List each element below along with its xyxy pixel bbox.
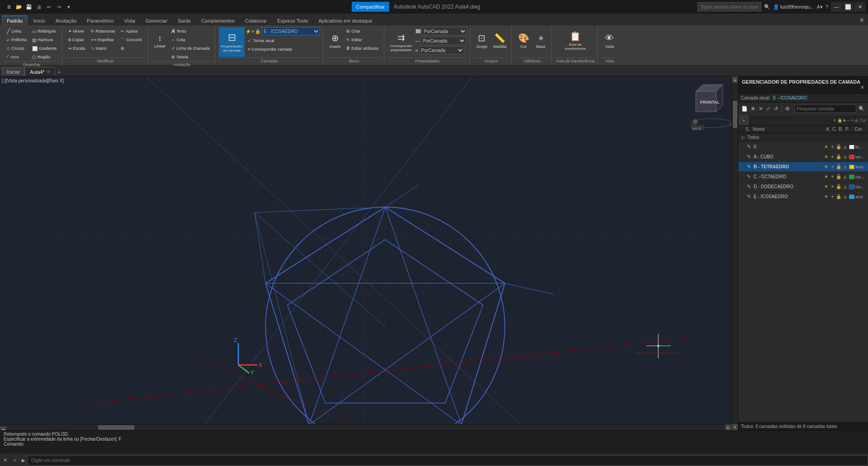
btn-corresponder-camada[interactable]: ≡ Corresponder camada bbox=[245, 45, 320, 53]
btn-linear[interactable]: ↕ Linear bbox=[152, 27, 168, 54]
command-input[interactable] bbox=[27, 456, 868, 466]
btn-base[interactable]: ⌖ Base bbox=[533, 27, 549, 54]
h-scrollbar[interactable]: ◄ ► bbox=[0, 424, 731, 430]
scroll-right-btn[interactable]: ► bbox=[725, 424, 731, 430]
btn-aparar[interactable]: ✂ Aparar bbox=[118, 27, 145, 35]
tab-colaborar[interactable]: Colaborar bbox=[240, 15, 272, 25]
layer-make-current-btn[interactable]: ✓ bbox=[765, 105, 771, 113]
linetype-select[interactable]: PorCamada bbox=[421, 37, 466, 45]
tab-parametrico[interactable]: Paramétrico bbox=[82, 15, 118, 25]
current-layer-select[interactable]: E - ICOSAEDRO bbox=[261, 27, 320, 35]
layer-row-tetraedro[interactable]: ✎ B - TETRAEDRO ☀ ☀ 🔓 🖨 ama... bbox=[738, 162, 868, 172]
btn-area-transf[interactable]: 📋 Área detransferência bbox=[562, 27, 588, 54]
btn-espelhar[interactable]: ⟺ Espelhar bbox=[89, 36, 118, 44]
minimize-btn[interactable]: — bbox=[831, 2, 842, 12]
tab-complementos[interactable]: Complementos bbox=[196, 15, 240, 25]
close-btn[interactable]: ✕ bbox=[854, 2, 865, 12]
expand-all-btn[interactable]: » bbox=[739, 116, 748, 125]
btn-corresponder-prop[interactable]: ⇉ Corresponderpropriedades bbox=[388, 27, 415, 57]
tab-aula4[interactable]: Aula4* ✕ bbox=[25, 67, 55, 76]
layer-refresh-btn[interactable]: ↺ bbox=[773, 105, 779, 113]
layer-new-freeze-btn[interactable]: ❄ bbox=[750, 105, 756, 113]
btn-grupo[interactable]: ⊡ Grupo bbox=[474, 27, 490, 54]
btn-region[interactable]: ⬡ Região bbox=[30, 53, 59, 61]
btn-mover[interactable]: ✦ Mover bbox=[66, 27, 88, 35]
qa-new-btn[interactable]: 🗎 bbox=[5, 2, 14, 11]
layer-delete-btn[interactable]: ✕ bbox=[758, 105, 764, 113]
btn-circulo[interactable]: ○ Círculo bbox=[5, 44, 29, 52]
scroll-up-btn[interactable]: ▲ bbox=[732, 76, 738, 83]
btn-polilinha[interactable]: ⌐ Polilinha bbox=[5, 36, 29, 44]
btn-tabela[interactable]: ⊞ Tabela bbox=[169, 53, 212, 61]
btn-linha-chamada[interactable]: ↗ Linha de chamada bbox=[169, 44, 212, 52]
qa-open-btn[interactable]: 📂 bbox=[14, 2, 24, 11]
layer-search-input[interactable] bbox=[794, 105, 856, 113]
tab-close-btn[interactable]: ✕ bbox=[47, 69, 50, 74]
layer-row-octaedro[interactable]: ✎ C - OCTAEDRO ☀ ☀ 🔓 🖨 cia... bbox=[738, 172, 868, 182]
btn-arco[interactable]: ◜ Arco bbox=[5, 53, 29, 61]
view-cube[interactable]: S L FRONTAL WCS bbox=[689, 80, 734, 125]
btn-inserir[interactable]: ⊕ Inserir bbox=[327, 27, 343, 54]
scroll-left-btn[interactable]: ◄ bbox=[0, 427, 6, 431]
tab-saida[interactable]: Saída bbox=[173, 15, 196, 25]
btn-matriz[interactable]: ⊞ bbox=[118, 44, 145, 52]
btn-linha[interactable]: ╱ Linha bbox=[5, 27, 29, 35]
filter-tree-all[interactable]: ▷ Todos bbox=[738, 133, 868, 142]
btn-texto[interactable]: A Texto bbox=[169, 27, 212, 35]
layer-settings-btn[interactable]: ⚙ bbox=[785, 105, 791, 113]
qa-undo-btn[interactable]: ↩ bbox=[44, 2, 53, 11]
cmd-check-btn[interactable]: ✓ bbox=[10, 456, 20, 466]
btn-copiar[interactable]: ⧉ Copiar bbox=[66, 36, 88, 44]
layer-new-btn[interactable]: 📄 bbox=[741, 105, 748, 113]
layer-search-btn[interactable]: 🔍 bbox=[858, 105, 865, 113]
btn-criar[interactable]: ⊞ Criar bbox=[344, 27, 381, 35]
btn-medida[interactable]: 📏 Medida bbox=[491, 27, 509, 54]
view-cube-svg[interactable]: S L FRONTAL WCS bbox=[689, 80, 734, 130]
scroll-down-btn[interactable]: ▼ bbox=[732, 424, 738, 430]
qa-redo-btn[interactable]: ↪ bbox=[54, 2, 63, 11]
layer-row-cubo[interactable]: ✎ A - CUBO ☀ ☀ 🔓 🖨 ver... bbox=[738, 152, 868, 162]
cmd-x-btn[interactable]: ✕ bbox=[0, 456, 10, 466]
lineweight-select[interactable]: PorCamada bbox=[419, 46, 464, 54]
btn-gradient[interactable]: ⬜ Gradiente bbox=[30, 44, 59, 52]
ribbon-toggle-btn[interactable]: ≡ bbox=[857, 15, 866, 24]
tab-aplicativos[interactable]: Aplicativos em destaque bbox=[313, 15, 377, 25]
canvas-area[interactable]: [-][Vista personalizada][Raio X] bbox=[0, 76, 738, 430]
btn-tornar-atual[interactable]: ✓ Tornar atual bbox=[245, 37, 320, 45]
user-button[interactable]: 👤 luis99henriqu... bbox=[773, 4, 814, 10]
btn-prop-camada[interactable]: ⊟ Propriedadesda camada bbox=[219, 27, 245, 57]
tab-vista[interactable]: Vista bbox=[119, 15, 140, 25]
search-icon[interactable]: 🔍 bbox=[764, 2, 770, 11]
btn-rotacionar[interactable]: ↻ Rotacionar bbox=[89, 27, 118, 35]
btn-concord[interactable]: ⌒ Concord. bbox=[118, 36, 145, 44]
color-select[interactable]: PorCamada bbox=[422, 27, 467, 35]
btn-vista[interactable]: 👁 Vista bbox=[601, 27, 618, 54]
btn-rect[interactable]: ▭ Retângulo bbox=[30, 27, 59, 35]
btn-cor[interactable]: 🎨 Cor bbox=[515, 27, 532, 54]
tab-gerenciar[interactable]: Gerenciar bbox=[141, 15, 172, 25]
qa-print-btn[interactable]: 🖨 bbox=[34, 2, 43, 11]
qa-save-btn[interactable]: 💾 bbox=[24, 2, 33, 11]
btn-editar[interactable]: ✎ Editar bbox=[344, 36, 381, 44]
tab-iniciar[interactable]: Iniciar bbox=[2, 67, 25, 76]
layer-row-icosaedro[interactable]: ✎ E - ICOSAEDRO ☀ ☀ 🔓 🖨 azul bbox=[738, 192, 868, 202]
tab-anotacao[interactable]: Anotação bbox=[51, 15, 81, 25]
layer-row-0[interactable]: ✎ 0 ☀ ☀ 🔓 🖨 br... bbox=[738, 142, 868, 152]
qa-drop-btn[interactable]: ▾ bbox=[64, 2, 73, 11]
layer-panel-close[interactable]: ✕ bbox=[860, 85, 864, 90]
btn-cota[interactable]: ↔ Cota bbox=[169, 36, 212, 44]
signin-btn[interactable]: A▾ bbox=[817, 2, 823, 11]
help-btn[interactable]: ? bbox=[826, 2, 828, 11]
btn-hatch[interactable]: ▤ Hachura bbox=[30, 36, 59, 44]
search-input[interactable] bbox=[698, 2, 761, 11]
v-scrollbar[interactable]: ▲ ▼ bbox=[731, 76, 738, 430]
share-button[interactable]: Compartilhar bbox=[352, 2, 389, 12]
maximize-btn[interactable]: ⬜ bbox=[843, 2, 854, 12]
tab-padrao[interactable]: Padrão bbox=[2, 15, 28, 25]
layer-row-dodecaedro[interactable]: ✎ D - DODECAEDRO ☀ ☀ 🔓 🖨 cia... bbox=[738, 182, 868, 192]
btn-editar-atrib[interactable]: ≣ Editar atributos bbox=[344, 44, 381, 52]
tab-express[interactable]: Express Tools bbox=[272, 15, 313, 25]
btn-escala[interactable]: ⤡ Matriz bbox=[89, 44, 118, 52]
tab-add-button[interactable]: + bbox=[55, 68, 63, 76]
btn-esticar[interactable]: ⇔ Escala bbox=[66, 44, 88, 52]
